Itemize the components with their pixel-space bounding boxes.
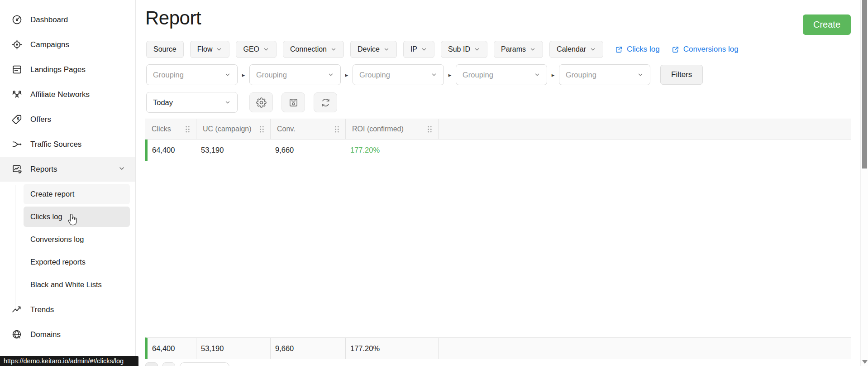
filter-chip-device[interactable]: Device	[350, 41, 397, 58]
grouping-separator-icon: ▸	[341, 72, 353, 78]
sidebar-item-conversions-log[interactable]: Conversions log	[24, 229, 130, 250]
filter-chip-connection[interactable]: Connection	[283, 41, 344, 58]
sidebar-item-clicks-log[interactable]: Clicks log	[24, 207, 130, 227]
chip-label: Sub ID	[448, 45, 470, 53]
total-roi-confirmed: 177.20%	[346, 338, 439, 359]
grouping-placeholder: Grouping	[463, 71, 493, 79]
column-header-uc-campaign[interactable]: UC (campaign)	[196, 119, 271, 139]
column-drag-handle-icon[interactable]	[427, 125, 433, 134]
filter-chip-flow[interactable]: Flow	[190, 41, 230, 58]
sidebar-item-create-report[interactable]: Create report	[24, 184, 130, 204]
sidebar-item-dashboard[interactable]: Dashboard	[0, 7, 135, 32]
toolbar-row: Today	[146, 92, 337, 113]
sidebar-item-label: Traffic Sources	[30, 140, 81, 149]
filter-chip-calendar[interactable]: Calendar	[549, 41, 603, 58]
chip-label: Device	[358, 45, 380, 53]
sidebar-item-affiliate-networks[interactable]: Affiliate Networks	[0, 82, 135, 107]
grouping-select-2[interactable]: Grouping	[249, 64, 341, 85]
column-label: Clicks	[152, 125, 171, 133]
scrollbar-down-arrow-icon[interactable]	[862, 360, 868, 364]
grouping-placeholder: Grouping	[256, 71, 287, 79]
gear-icon	[256, 97, 267, 108]
column-drag-handle-icon[interactable]	[334, 125, 340, 134]
report-settings-button[interactable]	[249, 92, 273, 112]
chevron-down-icon	[224, 99, 231, 106]
save-report-button[interactable]	[281, 92, 305, 112]
grouping-select-5[interactable]: Grouping	[559, 64, 650, 85]
sidebar-item-exported-reports[interactable]: Exported reports	[24, 252, 130, 272]
filter-chip-source[interactable]: Source	[146, 41, 184, 58]
filter-chip-params[interactable]: Params	[494, 41, 543, 58]
chevron-down-icon	[216, 46, 222, 53]
chip-label: IP	[410, 45, 417, 53]
chip-label: Source	[153, 45, 176, 53]
chevron-down-icon	[263, 46, 269, 53]
save-icon	[288, 97, 299, 108]
chip-label: GEO	[243, 45, 259, 53]
total-clicks: 64,400	[148, 338, 196, 359]
chevron-down-icon	[534, 72, 540, 78]
total-empty	[439, 338, 851, 359]
reports-icon	[11, 164, 23, 175]
sidebar-item-traffic-sources[interactable]: Traffic Sources	[0, 132, 135, 157]
clicks-log-link[interactable]: Clicks log	[615, 45, 660, 54]
column-drag-handle-icon[interactable]	[185, 125, 191, 134]
filter-chip-geo[interactable]: GEO	[236, 41, 277, 58]
sidebar-item-label: Affiliate Networks	[30, 90, 90, 99]
report-page: Report Create Source Flow GEO Connection…	[136, 0, 860, 366]
chip-label: Flow	[197, 45, 213, 53]
sidebar-item-label: Landings Pages	[30, 65, 86, 74]
column-header-conv[interactable]: Conv.	[271, 119, 346, 139]
scrollbar-thumb[interactable]	[862, 0, 867, 169]
pagination-page-button[interactable]	[162, 362, 175, 366]
grouping-separator-icon: ▸	[444, 72, 456, 78]
grouping-select-3[interactable]: Grouping	[353, 64, 444, 85]
grouping-separator-icon: ▸	[238, 72, 249, 78]
chevron-down-icon	[529, 46, 536, 53]
chevron-down-icon	[383, 46, 390, 53]
pagination-prev-button[interactable]	[145, 362, 158, 366]
filter-chip-sub-id[interactable]: Sub ID	[441, 41, 487, 58]
grouping-select-4[interactable]: Grouping	[456, 64, 547, 85]
sidebar-item-reports[interactable]: Reports	[0, 157, 135, 182]
chevron-down-icon	[118, 165, 125, 174]
filter-chip-ip[interactable]: IP	[403, 41, 434, 58]
grouping-select-1[interactable]: Grouping	[146, 64, 238, 85]
external-link-icon	[672, 46, 679, 53]
campaigns-icon	[11, 39, 23, 51]
refresh-button[interactable]	[314, 92, 337, 112]
refresh-icon	[320, 97, 331, 108]
page-title: Report	[145, 7, 201, 29]
sidebar-item-label: Domains	[30, 330, 61, 339]
sidebar: Dashboard Campaigns Landings Pages Affil…	[0, 0, 136, 366]
table-header-row: Clicks UC (campaign) Conv. ROI (confirme…	[145, 119, 851, 140]
filters-button[interactable]: Filters	[660, 65, 703, 85]
chevron-down-icon	[224, 72, 231, 78]
trends-icon	[11, 304, 23, 316]
external-link-icon	[615, 46, 623, 53]
scrollbar[interactable]	[860, 0, 868, 366]
sidebar-item-trends[interactable]: Trends	[0, 297, 135, 322]
chevron-down-icon	[590, 46, 596, 53]
sidebar-item-offers[interactable]: $ Offers	[0, 107, 135, 132]
page-size-select[interactable]	[180, 362, 229, 366]
chevron-down-icon	[330, 46, 337, 53]
total-conv: 9,660	[271, 338, 346, 359]
column-drag-handle-icon[interactable]	[259, 125, 265, 134]
table-row[interactable]: 64,400 53,190 9,660 177.20%	[145, 140, 851, 161]
total-uc-campaign: 53,190	[196, 338, 271, 359]
sidebar-item-campaigns[interactable]: Campaigns	[0, 32, 135, 57]
column-header-clicks[interactable]: Clicks	[145, 119, 196, 139]
sidebar-item-landings-pages[interactable]: Landings Pages	[0, 57, 135, 82]
pagination	[145, 362, 229, 366]
sidebar-item-label: Clicks log	[30, 212, 62, 221]
date-range-select[interactable]: Today	[146, 92, 238, 113]
create-button[interactable]: Create	[803, 14, 851, 35]
dashboard-icon	[11, 14, 23, 26]
sidebar-item-domains[interactable]: Domains	[0, 322, 135, 347]
conversions-log-link[interactable]: Conversions log	[672, 45, 739, 54]
column-label: Conv.	[277, 125, 296, 133]
column-header-roi-confirmed[interactable]: ROI (confirmed)	[346, 119, 439, 139]
grouping-row: Grouping ▸ Grouping ▸ Grouping ▸ Groupin…	[146, 64, 703, 85]
sidebar-item-black-white-lists[interactable]: Black and White Lists	[24, 274, 130, 295]
